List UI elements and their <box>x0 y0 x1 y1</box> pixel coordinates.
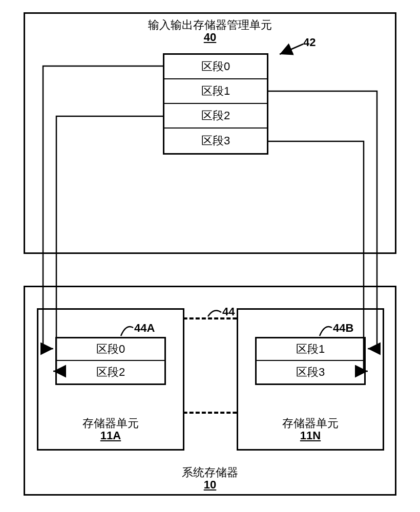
system-memory-id: 10 <box>24 478 396 492</box>
right-unit-id: 11N <box>237 429 384 442</box>
left-table-label: 44A <box>134 322 155 335</box>
left-seg-row-1: 区段2 <box>57 361 164 383</box>
segment-row-1: 区段1 <box>164 79 267 104</box>
tlb-pointer-label: 42 <box>303 36 316 49</box>
right-seg-row-1: 区段3 <box>257 361 364 383</box>
distributed-table-label: 44 <box>222 305 235 318</box>
left-segment-table: 区段0 区段2 <box>55 337 166 385</box>
segment-row-0: 区段0 <box>164 55 267 79</box>
left-unit-id: 11A <box>37 429 184 442</box>
segment-table: 区段0 区段1 区段2 区段3 <box>163 53 268 155</box>
right-table-label: 44B <box>333 322 353 335</box>
iommu-id: 40 <box>24 31 396 44</box>
left-seg-row-0: 区段0 <box>57 338 164 361</box>
segment-row-2: 区段2 <box>164 104 267 129</box>
diagram-stage: 输入输出存储器管理单元 40 42 区段0 区段1 区段2 区段3 44 44A… <box>0 0 420 512</box>
segment-row-3: 区段3 <box>164 129 267 153</box>
right-seg-row-0: 区段1 <box>257 338 364 361</box>
right-segment-table: 区段1 区段3 <box>255 337 366 385</box>
